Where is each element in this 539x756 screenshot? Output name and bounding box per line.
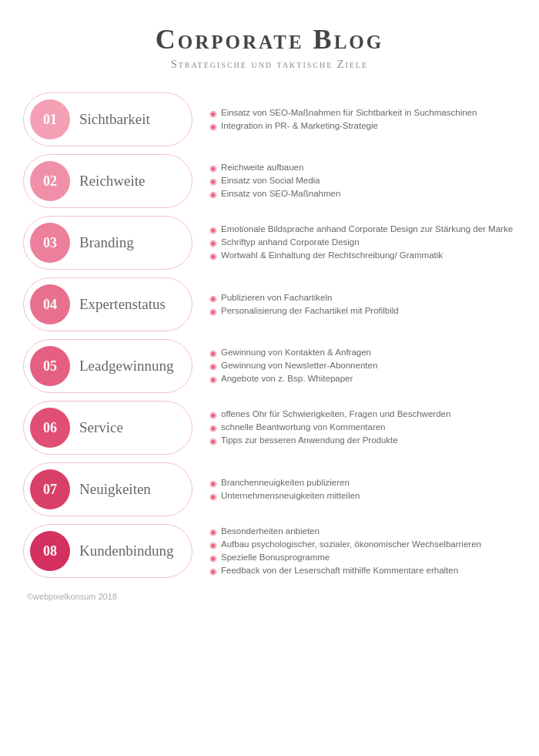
item-label: Neuigkeiten [79, 481, 151, 498]
point-text: Aufbau psychologischer, sozialer, ökonom… [221, 539, 481, 549]
item-points: ◉Besonderheiten anbieten◉Aufbau psycholo… [192, 526, 516, 576]
list-item: 06Service◉offenes Ohr für Schwierigkeite… [23, 401, 516, 455]
item-number: 08 [30, 531, 70, 571]
item-point: ◉Branchenneuigkeiten publizieren [209, 478, 516, 489]
point-text: Angebote von z. Bsp. Whitepaper [221, 374, 353, 383]
item-point: ◉Reichweite aufbauen [209, 163, 516, 173]
bullet-icon: ◉ [209, 122, 217, 132]
item-points: ◉Branchenneuigkeiten publizieren◉Unterne… [192, 478, 516, 502]
list-item: 07Neuigkeiten◉Branchenneuigkeiten publiz… [23, 462, 516, 516]
item-point: ◉Einsatz von Social Media [209, 176, 516, 186]
bullet-icon: ◉ [209, 307, 217, 317]
bullet-icon: ◉ [209, 190, 217, 200]
list-item: 05Leadgewinnung◉Gewinnung von Kontakten … [23, 339, 516, 393]
item-point: ◉Integration in PR- & Marketing-Strategi… [209, 121, 516, 132]
item-point: ◉Unternehmensneuigkeiten mitteilen [209, 491, 516, 502]
item-pill: 07Neuigkeiten [23, 462, 192, 516]
item-number: 07 [30, 469, 70, 509]
item-point: ◉offenes Ohr für Schwierigkeiten, Fragen… [209, 409, 516, 420]
item-point: ◉Wortwahl & Einhaltung der Rechtschreibu… [209, 250, 516, 261]
item-point: ◉Spezielle Bonusprogramme [209, 553, 516, 563]
item-point: ◉Gewinnung von Newsletter-Abonnenten [209, 361, 516, 371]
item-points: ◉offenes Ohr für Schwierigkeiten, Fragen… [192, 409, 516, 446]
item-point: ◉Besonderheiten anbieten [209, 526, 516, 537]
bullet-icon: ◉ [209, 225, 217, 235]
point-text: schnelle Beantwortung von Kommentaren [221, 422, 386, 432]
point-text: Publizieren von Fachartikeln [221, 293, 332, 302]
bullet-icon: ◉ [209, 527, 217, 537]
bullet-icon: ◉ [209, 294, 217, 304]
point-text: offenes Ohr für Schwierigkeiten, Fragen … [221, 409, 450, 418]
point-text: Unternehmensneuigkeiten mitteilen [221, 491, 360, 500]
point-text: Einsatz von Social Media [221, 176, 320, 185]
bullet-icon: ◉ [209, 238, 217, 248]
item-label: Leadgewinnung [79, 358, 173, 375]
item-number: 02 [30, 161, 70, 201]
footer: ©webpixelkonsum 2018 [23, 592, 516, 601]
item-point: ◉Gewinnung von Kontakten & Anfragen [209, 348, 516, 358]
bullet-icon: ◉ [209, 375, 217, 385]
item-pill: 08Kundenbindung [23, 524, 192, 578]
list-item: 03Branding◉Emotionale Bildsprache anhand… [23, 216, 516, 270]
item-label: Kundenbindung [79, 543, 173, 559]
page-title: Corporate Blog [23, 23, 516, 55]
bullet-icon: ◉ [209, 566, 217, 576]
item-pill: 04Expertenstatus [23, 277, 192, 331]
bullet-icon: ◉ [209, 410, 217, 420]
list-item: 04Expertenstatus◉Publizieren von Fachart… [23, 277, 516, 331]
item-points: ◉Einsatz von SEO-Maßnahmen für Sichtbark… [192, 108, 516, 132]
bullet-icon: ◉ [209, 553, 217, 563]
item-point: ◉Aufbau psychologischer, sozialer, ökono… [209, 539, 516, 550]
item-point: ◉Einsatz von SEO-Maßnahmen für Sichtbark… [209, 108, 516, 119]
point-text: Tipps zur besseren Anwendung der Produkt… [221, 435, 398, 445]
page: Corporate Blog Strategische und taktisch… [0, 0, 539, 617]
point-text: Einsatz von SEO-Maßnahmen [221, 189, 340, 198]
item-points: ◉Publizieren von Fachartikeln◉Personalis… [192, 293, 516, 317]
item-number: 06 [30, 408, 70, 448]
item-label: Branding [79, 234, 134, 251]
item-points: ◉Emotionale Bildsprache anhand Corporate… [192, 224, 516, 261]
bullet-icon: ◉ [209, 436, 217, 446]
item-point: ◉Personalisierung der Fachartikel mit Pr… [209, 306, 516, 317]
item-pill: 02Reichweite [23, 154, 192, 208]
list-item: 01Sichtbarkeit◉Einsatz von SEO-Maßnahmen… [23, 92, 516, 146]
item-pill: 05Leadgewinnung [23, 339, 192, 393]
bullet-icon: ◉ [209, 176, 217, 186]
point-text: Besonderheiten anbieten [221, 526, 320, 536]
item-label: Sichtbarkeit [79, 111, 150, 128]
item-number: 04 [30, 284, 70, 324]
item-point: ◉Publizieren von Fachartikeln [209, 293, 516, 304]
item-point: ◉Einsatz von SEO-Maßnahmen [209, 189, 516, 200]
point-text: Integration in PR- & Marketing-Strategie [221, 121, 378, 130]
point-text: Spezielle Bonusprogramme [221, 553, 330, 562]
bullet-icon: ◉ [209, 348, 217, 358]
bullet-icon: ◉ [209, 109, 217, 119]
point-text: Emotionale Bildsprache anhand Corporate … [221, 224, 513, 234]
point-text: Gewinnung von Newsletter-Abonnenten [221, 361, 377, 370]
item-label: Expertenstatus [79, 296, 166, 313]
copyright-text: ©webpixelkonsum 2018 [27, 592, 117, 601]
item-point: ◉Angebote von z. Bsp. Whitepaper [209, 374, 516, 385]
bullet-icon: ◉ [209, 251, 217, 261]
item-points: ◉Reichweite aufbauen◉Einsatz von Social … [192, 163, 516, 200]
point-text: Feedback von der Leserschaft mithilfe Ko… [221, 566, 458, 575]
list-item: 02Reichweite◉Reichweite aufbauen◉Einsatz… [23, 154, 516, 208]
item-point: ◉schnelle Beantwortung von Kommentaren [209, 422, 516, 433]
bullet-icon: ◉ [209, 361, 217, 371]
bullet-icon: ◉ [209, 479, 217, 489]
item-label: Service [79, 419, 123, 436]
item-label: Reichweite [79, 173, 145, 190]
header: Corporate Blog Strategische und taktisch… [23, 23, 516, 71]
page-subtitle: Strategische und taktische Ziele [23, 59, 516, 71]
item-pill: 01Sichtbarkeit [23, 92, 192, 146]
item-point: ◉Schriftyp anhand Corporate Design [209, 237, 516, 248]
item-point: ◉Emotionale Bildsprache anhand Corporate… [209, 224, 516, 235]
point-text: Personalisierung der Fachartikel mit Pro… [221, 306, 399, 315]
item-points: ◉Gewinnung von Kontakten & Anfragen◉Gewi… [192, 348, 516, 385]
bullet-icon: ◉ [209, 423, 217, 433]
point-text: Einsatz von SEO-Maßnahmen für Sichtbarke… [221, 108, 477, 117]
items-list: 01Sichtbarkeit◉Einsatz von SEO-Maßnahmen… [23, 92, 516, 578]
point-text: Branchenneuigkeiten publizieren [221, 478, 350, 487]
item-number: 05 [30, 346, 70, 386]
item-pill: 06Service [23, 401, 192, 455]
